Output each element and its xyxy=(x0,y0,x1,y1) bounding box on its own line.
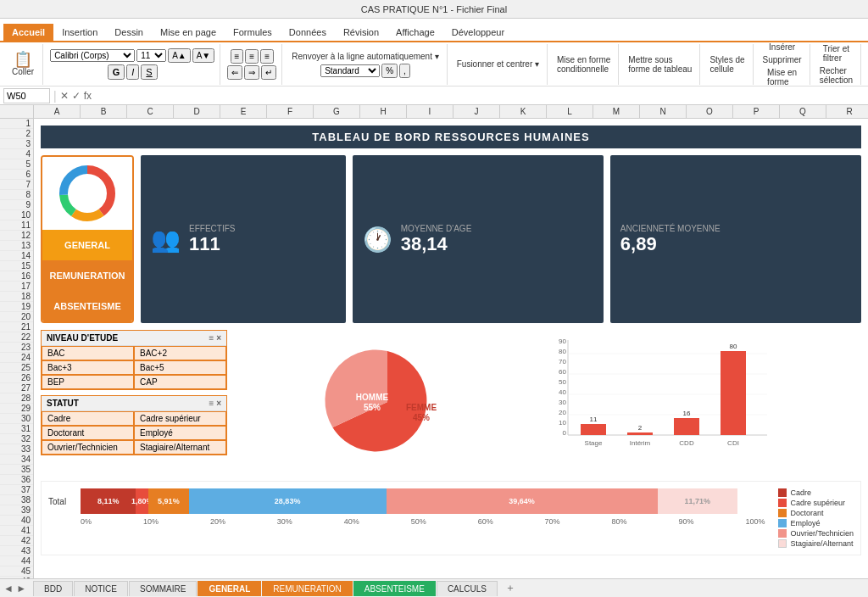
tab-bdd[interactable]: BDD xyxy=(33,581,73,596)
row-num-42: 42 xyxy=(0,536,33,546)
comma-button[interactable]: , xyxy=(399,64,410,78)
segment-cadre: 8,11% xyxy=(81,488,136,514)
stacked-legend: Cadre Cadre supérieur Doctorant xyxy=(778,488,854,548)
increase-font-button[interactable]: A▲ xyxy=(168,48,191,63)
tab-sommaire[interactable]: SOMMAIRE xyxy=(129,581,197,596)
niveau-etude-label: NIVEAU D'ETUDE xyxy=(47,333,118,343)
formula-confirm-icon[interactable]: ✓ xyxy=(72,90,81,102)
segment-stagiaire: 11,71% xyxy=(658,488,738,514)
row-num-31: 31 xyxy=(0,424,33,434)
tab-add-button[interactable]: ＋ xyxy=(498,578,522,597)
font-family-select[interactable]: Calibri (Corps) xyxy=(50,49,135,62)
statut-label: STATUT xyxy=(47,399,79,408)
age-value: 38,14 xyxy=(401,233,472,255)
percent-button[interactable]: % xyxy=(381,64,398,78)
legend-stagiaire-label: Stagiaire/Alternant xyxy=(790,539,853,548)
niveau-row-1: Bac+3 Bac+5 xyxy=(42,360,226,375)
tab-absenteisme[interactable]: ABSENTEISME xyxy=(353,581,436,596)
pie-chart-col: HOMME 55% FEMME 45% xyxy=(234,330,541,474)
dashboard-inner: TABLEAU DE BORD RESSOURCES HUMAINES xyxy=(34,119,868,562)
indent-right-button[interactable]: ⇒ xyxy=(244,65,259,80)
align-center-button[interactable]: ≡ xyxy=(245,49,259,64)
conditional-format-button[interactable]: Mise en formeconditionnelle xyxy=(554,54,613,75)
tab-calculs[interactable]: CALCULS xyxy=(437,581,498,596)
cell-reference-input[interactable] xyxy=(3,88,50,103)
ribbon-tab-accueil[interactable]: Accueil xyxy=(3,24,53,41)
tab-notice[interactable]: NOTICE xyxy=(74,581,128,596)
format-as-table-button[interactable]: Mettre sousforme de tableau xyxy=(626,54,694,75)
sort-filter-button[interactable]: Trier etfiltrer xyxy=(821,43,852,64)
legend-cadre-label: Cadre xyxy=(790,488,811,497)
row-num-5: 5 xyxy=(0,159,33,170)
tab-scroll-arrows[interactable]: ◄ ► xyxy=(3,583,26,594)
bar-stage xyxy=(581,424,606,435)
effectifs-icon: 👥 xyxy=(151,226,181,254)
sidebar-general-btn[interactable]: GENERAL xyxy=(42,230,132,260)
decrease-font-button[interactable]: A▼ xyxy=(192,48,215,63)
row-num-16: 16 xyxy=(0,271,33,282)
row-num-36: 36 xyxy=(0,475,33,485)
merge-center-button[interactable]: Fusionner et centrer ▾ xyxy=(454,59,542,70)
col-header-K: K xyxy=(500,105,547,118)
bar-interim xyxy=(627,432,653,435)
ribbon-tab-révision[interactable]: Révision xyxy=(335,24,387,41)
indent-left-button[interactable]: ⇐ xyxy=(227,65,242,80)
row-num-8: 8 xyxy=(0,190,33,200)
stacked-bar-section: Total 8,11% 1,80% 5,91% 28,83% 39,64% 11… xyxy=(41,481,861,555)
bold-button[interactable]: G xyxy=(108,64,125,80)
wrap-auto-button[interactable]: Renvoyer à la ligne automatiquement ▾ xyxy=(289,51,441,62)
format-cell-button[interactable]: Mise enforme xyxy=(765,67,799,87)
formula-fx-icon[interactable]: fx xyxy=(84,90,92,102)
charts-row: NIVEAU D'ETUDE ≡ × BAC BAC+2 Bac+3 Bac+5 xyxy=(41,330,861,474)
dashboard-area[interactable]: TABLEAU DE BORD RESSOURCES HUMAINES xyxy=(34,119,868,578)
find-select-button[interactable]: Rechersélection xyxy=(817,65,855,86)
ribbon-tab-insertion[interactable]: Insertion xyxy=(53,24,106,41)
effectifs-kpi: 👥 EFFECTIFS 111 xyxy=(141,155,346,323)
age-icon: 🕐 xyxy=(363,226,392,254)
ribbon-toolbar: 📋 Coller Calibri (Corps) 11 A▲ A▼ G I S … xyxy=(0,42,868,86)
sidebar-remuneration-btn[interactable]: REMUNERATION xyxy=(42,260,132,291)
row-num-28: 28 xyxy=(0,393,33,404)
tab-general[interactable]: GENERAL xyxy=(198,581,261,596)
col-header-L: L xyxy=(547,105,593,118)
bar-cdi xyxy=(721,351,746,435)
ribbon-tab-affichage[interactable]: Affichage xyxy=(387,24,443,41)
row-num-14: 14 xyxy=(0,251,33,261)
row-num-18: 18 xyxy=(0,292,33,302)
align-left-button[interactable]: ≡ xyxy=(231,49,244,64)
formula-cancel-icon[interactable]: ✕ xyxy=(60,90,69,102)
age-kpi: 🕐 MOYENNE D'AGE 38,14 xyxy=(353,155,604,323)
stacked-bar-label: Total xyxy=(48,497,74,506)
tab-remuneration[interactable]: REMUNERATION xyxy=(262,581,352,596)
wrap-text-button[interactable]: ↵ xyxy=(261,65,276,80)
row-num-19: 19 xyxy=(0,302,33,312)
ribbon-tab-données[interactable]: Données xyxy=(281,24,335,41)
corner-cell xyxy=(0,105,34,118)
pie-chart: HOMME 55% FEMME 45% xyxy=(311,334,464,470)
align-right-button[interactable]: ≡ xyxy=(260,49,274,64)
ribbon-tab-formules[interactable]: Formules xyxy=(225,24,281,41)
row-num-11: 11 xyxy=(0,220,33,231)
number-format-select[interactable]: Standard xyxy=(320,64,380,77)
table-group: Mettre sousforme de tableau xyxy=(620,44,700,85)
ribbon-tab-développeur[interactable]: Développeur xyxy=(443,24,513,41)
col-header-E: E xyxy=(220,105,267,118)
insert-button[interactable]: Insérer xyxy=(766,42,798,53)
row-num-39: 39 xyxy=(0,505,33,516)
sidebar-absenteisme-btn[interactable]: ABSENTEISME xyxy=(42,291,132,321)
formula-input[interactable] xyxy=(95,88,865,103)
paste-button[interactable]: 📋 Coller xyxy=(8,50,37,78)
row-num-4: 4 xyxy=(0,149,33,159)
cell-styles-button[interactable]: Styles decellule xyxy=(707,54,747,75)
segment-ouvrier: 39,64% xyxy=(387,488,658,514)
delete-button[interactable]: Supprimer xyxy=(760,54,804,65)
age-label: MOYENNE D'AGE xyxy=(401,224,472,233)
ribbon-tab-mise en page[interactable]: Mise en page xyxy=(152,24,225,41)
niveau-row-2: BEP CAP xyxy=(42,375,226,389)
underline-button[interactable]: S xyxy=(141,64,157,80)
col-header-J: J xyxy=(453,105,500,118)
effectifs-content: EFFECTIFS 111 xyxy=(189,224,235,255)
font-size-select[interactable]: 11 xyxy=(136,49,166,62)
italic-button[interactable]: I xyxy=(126,64,139,80)
ribbon-tab-dessin[interactable]: Dessin xyxy=(106,24,152,41)
